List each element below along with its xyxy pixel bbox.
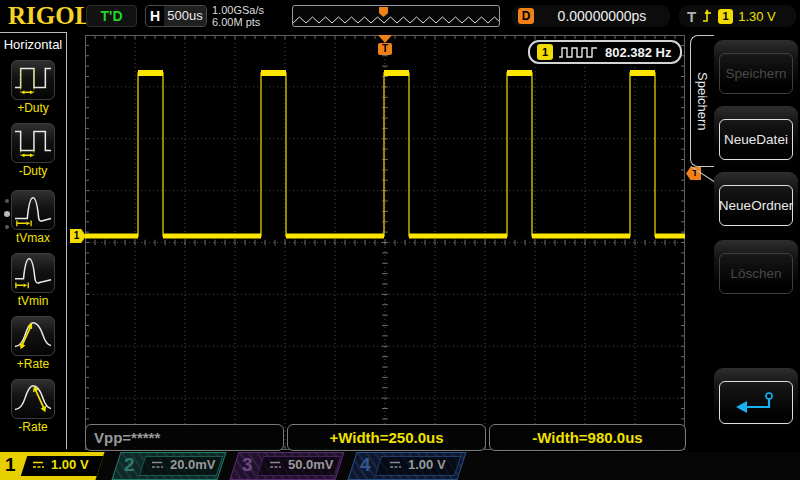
trigger-level-value: 1.30 V (738, 9, 776, 24)
softkey-neuedatei[interactable]: NeueDatei (714, 106, 798, 166)
rigol-logo: RIGOL (8, 2, 91, 30)
square-wave-icon (558, 46, 600, 59)
save-menu-tab: Speichern (690, 35, 714, 167)
freq-counter-channel-badge: 1 (537, 44, 553, 60)
return-arrow-icon (733, 390, 779, 416)
delay-value: 0.00000000ps (534, 8, 670, 24)
softkey-return[interactable] (714, 368, 798, 430)
menu-item-plus-duty[interactable]: +Duty (0, 60, 66, 115)
channel1-ground-marker[interactable]: 1 (70, 229, 86, 243)
measure-menu-title: Horizontal (0, 32, 66, 54)
measurement-plus-width: +Width=250.0us (287, 424, 486, 451)
softkey-loeschen[interactable]: Löschen (714, 240, 798, 300)
frequency-value: 802.382 Hz (605, 45, 672, 60)
h-label: H (146, 6, 164, 26)
memory-depth: 6.00M pts (212, 16, 264, 28)
trigger-label: T (687, 8, 696, 25)
minus-duty-icon (11, 123, 55, 163)
channel3-badge[interactable]: 3 50.0mV (230, 452, 344, 480)
menu-item-tvmax[interactable]: tVmax (0, 190, 66, 245)
rising-edge-icon (701, 8, 713, 24)
horizontal-timebase-box[interactable]: H 500us (145, 5, 207, 27)
sample-rate: 1.00GSa/s (212, 4, 264, 16)
channel2-badge[interactable]: 2 20.0mV (112, 452, 226, 480)
channel1-badge[interactable]: 1 1.00 V (0, 452, 106, 480)
delay-icon: D (518, 8, 534, 24)
softkey-speichern[interactable]: Speichern (714, 40, 798, 100)
waveform-grid (85, 35, 685, 450)
trigger-readout: T 1 1.30 V (679, 5, 796, 27)
channel-status-bar: 1 1.00 V 2 20.0mV (0, 452, 800, 480)
tvmin-icon (11, 253, 55, 293)
dc-coupling-icon (268, 460, 282, 470)
menu-item-tvmin[interactable]: tVmin (0, 253, 66, 308)
overview-waveform (293, 6, 499, 26)
menu-item-plus-rate[interactable]: +Rate (0, 316, 66, 371)
menu-page-dot-active (4, 211, 10, 217)
timebase-value: 500us (164, 6, 206, 26)
acquisition-info: 1.00GSa/s 6.00M pts (212, 4, 264, 28)
plus-rate-icon (11, 316, 55, 356)
trigger-position-marker[interactable]: T (377, 35, 393, 55)
channel4-badge[interactable]: 4 1.00 V (348, 452, 466, 480)
tvmax-icon (11, 190, 55, 230)
trigger-source-badge: 1 (718, 9, 733, 24)
measurement-minus-width: -Width=980.0us (489, 424, 686, 451)
frequency-counter-badge: 1 802.382 Hz (528, 40, 682, 64)
menu-item-minus-duty[interactable]: -Duty (0, 123, 66, 178)
measurement-vpp: Vpp=***** (85, 424, 284, 451)
trigger-status-badge: T'D (86, 5, 137, 27)
menu-page-dot (5, 225, 9, 229)
waveform-overview-bar[interactable] (292, 5, 500, 27)
menu-item-minus-rate[interactable]: -Rate (0, 379, 66, 434)
softkey-neueordner[interactable]: NeueOrdner (714, 172, 798, 232)
menu-page-dot (5, 199, 9, 203)
dc-coupling-icon (150, 460, 164, 470)
save-menu-title: Speichern (695, 72, 710, 131)
dc-coupling-icon (31, 460, 45, 470)
minus-rate-icon (11, 379, 55, 419)
delay-readout: D 0.00000000ps (512, 5, 670, 27)
plus-duty-icon (11, 60, 55, 100)
dc-coupling-icon (388, 460, 402, 470)
trigger-position-arrow (378, 35, 392, 43)
oscilloscope-screen: RIGOL T'D H 500us 1.00GSa/s 6.00M pts D … (0, 0, 800, 480)
